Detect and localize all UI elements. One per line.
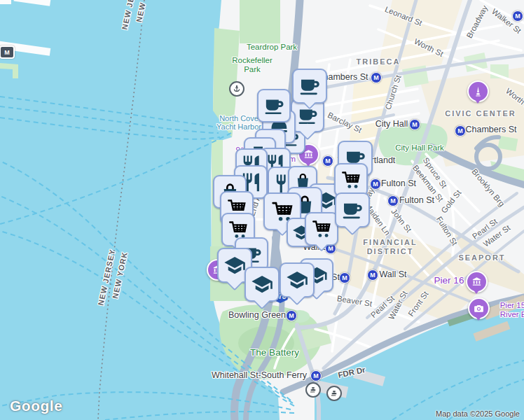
ferry-terminal-icon[interactable] — [305, 382, 321, 398]
map-label-pier-16: Pier 16 — [434, 275, 464, 286]
map-label-financial: FINANCIAL — [363, 238, 417, 246]
subway-station-icon[interactable]: M — [512, 10, 523, 22]
subway-station-icon[interactable]: M — [339, 272, 350, 284]
subway-station-icon[interactable]: M — [322, 155, 333, 167]
map-label-civic-center: CIVIC CENTER — [445, 109, 516, 118]
map-label-seaport: SEAPORT — [458, 253, 505, 262]
map-label-bowling-green: Bowling Green — [228, 310, 286, 320]
map-label-city-hall: City Hall — [375, 119, 408, 129]
poi-marker-museum-icon[interactable] — [466, 271, 488, 293]
subway-station-icon[interactable]: M — [455, 125, 466, 136]
subway-station-icon[interactable]: M — [371, 72, 382, 83]
pier-m-badge: M — [0, 46, 15, 59]
poi-marker-monument-icon[interactable] — [467, 80, 489, 102]
marina-anchor-icon[interactable] — [229, 81, 244, 97]
poi-marker-school-icon[interactable] — [244, 267, 280, 302]
poi-marker-coffee-icon[interactable] — [335, 192, 370, 227]
map-label-river-esplanade: River Esplanade — [500, 310, 524, 318]
map-label-fulton-st: Fulton St — [399, 195, 434, 205]
map-attribution: Map data ©2025 Google — [436, 410, 520, 418]
map-label-fulton-st: Fulton St — [381, 178, 416, 188]
google-logo[interactable]: Google — [10, 398, 62, 414]
map-label-city-hall-park: City Hall Park — [395, 144, 444, 152]
subway-station-icon[interactable]: M — [367, 270, 378, 281]
subway-station-icon[interactable]: M — [310, 370, 322, 382]
poi-marker-school-icon[interactable] — [280, 262, 315, 298]
subway-station-icon[interactable]: M — [409, 119, 420, 130]
subway-station-icon[interactable]: M — [370, 178, 381, 190]
poi-marker-coffee-icon[interactable] — [257, 89, 291, 122]
map-label-teardrop-park: Teardrop Park — [247, 43, 297, 51]
map-label-whitehall-st-south-ferry: Whitehall St-South Ferry — [212, 370, 307, 380]
map-label-rockefeller: Rockefeller — [232, 56, 273, 64]
map-label-pier-15-east: Pier 15 East — [500, 301, 524, 309]
map-label-the-battery: The Battery — [250, 347, 299, 358]
map-label-north-cove: North Cove — [219, 114, 258, 122]
poi-marker-camera-icon[interactable] — [468, 298, 490, 319]
map-label-tribeca: TRIBECA — [357, 57, 401, 66]
map-label-park: Park — [244, 65, 261, 74]
map-label-chambers-st: Chambers St — [466, 125, 517, 134]
map-label-wall-st: Wall St — [379, 270, 406, 279]
map-label-yacht-harbor: Yacht Harbor — [216, 122, 261, 131]
poi-marker-coffee-icon[interactable] — [292, 69, 327, 104]
ferry-terminal-icon[interactable] — [326, 386, 342, 401]
map-label-district: DISTRICT — [367, 247, 414, 255]
poi-marker-cart-icon[interactable] — [305, 212, 338, 246]
poi-marker-cart-icon[interactable] — [334, 163, 368, 197]
subway-station-icon[interactable]: M — [286, 310, 297, 321]
subway-station-icon[interactable]: M — [387, 195, 399, 206]
google-map-canvas[interactable]: Leonard StWorth StBroadwayWalker StWorth… — [0, 0, 524, 420]
